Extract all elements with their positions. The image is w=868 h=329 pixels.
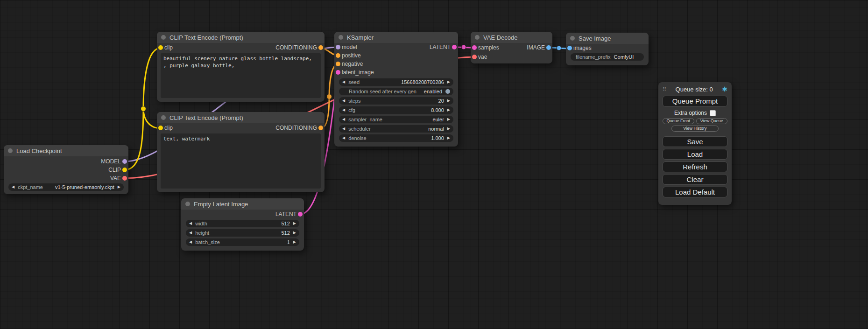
- node-title: Save Image: [579, 35, 611, 42]
- negative-input-dot[interactable]: [336, 62, 340, 66]
- image-output-dot[interactable]: [546, 45, 551, 50]
- widget-left-arrow-icon[interactable]: ◀: [189, 222, 192, 225]
- widget-left-arrow-icon[interactable]: ◀: [342, 108, 345, 112]
- node-title-bar[interactable]: CLIP Text Encode (Prompt): [157, 112, 325, 123]
- conditioning-output-dot[interactable]: [318, 45, 323, 50]
- reroute-dot-conditioning[interactable]: [327, 94, 332, 99]
- collapse-dot-icon[interactable]: [161, 115, 166, 120]
- queue-panel: ⠿ Queue size: 0 ✱ Queue Prompt Extra opt…: [658, 82, 732, 205]
- queue-panel-header: ⠿ Queue size: 0 ✱: [663, 84, 727, 94]
- model-input-dot[interactable]: [336, 45, 340, 49]
- save-button[interactable]: Save: [663, 136, 727, 147]
- sampler-name-widget[interactable]: ◀ sampler_name euler ▶: [339, 116, 453, 123]
- reroute-dot-clip[interactable]: [141, 106, 146, 112]
- input-label: model: [342, 44, 357, 50]
- batch-size-widget[interactable]: ◀ batch_size 1 ▶: [186, 238, 299, 246]
- node-title-bar[interactable]: Load Checkpoint: [4, 145, 128, 156]
- collapse-dot-icon[interactable]: [570, 36, 575, 41]
- collapse-dot-icon[interactable]: [475, 35, 480, 40]
- node-clip-text-encode-negative: CLIP Text Encode (Prompt) clip CONDITION…: [157, 112, 325, 192]
- latent-image-input-dot[interactable]: [336, 70, 340, 75]
- reroute-dot-image[interactable]: [557, 46, 561, 50]
- widget-right-arrow-icon[interactable]: ▶: [447, 127, 450, 131]
- widget-left-arrow-icon[interactable]: ◀: [189, 240, 192, 244]
- prompt-textarea[interactable]: beautiful scenery nature glass bottle la…: [161, 53, 321, 98]
- images-input-dot[interactable]: [567, 46, 572, 50]
- view-queue-button[interactable]: View Queue: [696, 118, 728, 124]
- samples-input-dot[interactable]: [472, 45, 477, 50]
- widget-value: v1-5-pruned-emaonly.ckpt: [55, 184, 114, 190]
- queue-front-button[interactable]: Queue Front: [663, 118, 694, 124]
- cfg-widget[interactable]: ◀ cfg 8.000 ▶: [339, 106, 453, 114]
- widget-label: batch_size: [195, 239, 220, 245]
- drag-handle-icon[interactable]: ⠿: [663, 86, 666, 92]
- clip-output-dot[interactable]: [122, 168, 127, 172]
- collapse-dot-icon[interactable]: [185, 202, 190, 206]
- latent-output-dot[interactable]: [452, 45, 457, 49]
- widget-right-arrow-icon[interactable]: ▶: [447, 108, 450, 112]
- refresh-button[interactable]: Refresh: [663, 161, 727, 172]
- clip-input-dot[interactable]: [158, 45, 163, 50]
- steps-widget[interactable]: ◀ steps 20 ▶: [339, 97, 453, 105]
- seed-widget[interactable]: ◀ seed 156680208700286 ▶: [339, 78, 453, 86]
- widget-left-arrow-icon[interactable]: ◀: [342, 80, 345, 84]
- widget-right-arrow-icon[interactable]: ▶: [447, 80, 450, 84]
- conditioning-output-dot[interactable]: [318, 126, 323, 130]
- widget-right-arrow-icon[interactable]: ▶: [293, 231, 296, 235]
- widget-right-arrow-icon[interactable]: ▶: [293, 240, 296, 244]
- filename-prefix-widget[interactable]: filename_prefix ComfyUI: [571, 53, 644, 61]
- slot-row-latent-image: latent_image: [334, 68, 458, 77]
- widget-right-arrow-icon[interactable]: ▶: [447, 99, 450, 103]
- widget-left-arrow-icon[interactable]: ◀: [342, 136, 345, 140]
- node-title-bar[interactable]: VAE Decode: [471, 32, 552, 43]
- ckpt-name-widget[interactable]: ◀ ckpt_name v1-5-pruned-emaonly.ckpt ▶: [8, 183, 124, 191]
- node-title-bar[interactable]: CLIP Text Encode (Prompt): [157, 32, 325, 43]
- width-widget[interactable]: ◀ width 512 ▶: [186, 220, 299, 227]
- widget-right-arrow-icon[interactable]: ▶: [447, 118, 450, 121]
- slot-row-positive: positive: [334, 51, 458, 60]
- collapse-dot-icon[interactable]: [339, 35, 343, 40]
- widget-value: 20: [438, 98, 444, 104]
- clear-button[interactable]: Clear: [663, 174, 727, 185]
- load-button[interactable]: Load: [663, 149, 727, 160]
- queue-prompt-button[interactable]: Queue Prompt: [663, 96, 727, 107]
- denoise-widget[interactable]: ◀ denoise 1.000 ▶: [339, 134, 453, 142]
- extra-options-checkbox[interactable]: [710, 110, 716, 116]
- vae-output-dot[interactable]: [122, 176, 127, 181]
- widget-label: steps: [348, 98, 360, 104]
- widget-right-arrow-icon[interactable]: ▶: [447, 136, 450, 140]
- widget-right-arrow-icon[interactable]: ▶: [293, 222, 296, 225]
- reroute-dot-latent[interactable]: [461, 45, 466, 49]
- collapse-dot-icon[interactable]: [8, 148, 13, 153]
- random-seed-toggle[interactable]: Random seed after every gen enabled: [339, 88, 453, 95]
- toggle-knob-icon[interactable]: [445, 89, 450, 94]
- widget-right-arrow-icon[interactable]: ▶: [118, 185, 120, 189]
- node-title-bar[interactable]: KSampler: [334, 32, 458, 43]
- scheduler-widget[interactable]: ◀ scheduler normal ▶: [339, 125, 453, 133]
- output-slot-vae: VAE: [4, 174, 128, 182]
- settings-gear-icon[interactable]: ✱: [722, 85, 727, 93]
- collapse-dot-icon[interactable]: [161, 35, 166, 40]
- widget-value: 1.000: [431, 135, 444, 141]
- node-title-bar[interactable]: Save Image: [566, 33, 649, 44]
- widget-value: ComfyUI: [614, 54, 634, 60]
- latent-output-dot[interactable]: [298, 212, 303, 217]
- widget-left-arrow-icon[interactable]: ◀: [342, 127, 345, 131]
- widget-left-arrow-icon[interactable]: ◀: [342, 99, 345, 103]
- output-label: LATENT: [275, 211, 296, 217]
- widget-left-arrow-icon[interactable]: ◀: [12, 185, 14, 189]
- model-output-dot[interactable]: [122, 159, 127, 164]
- widget-left-arrow-icon[interactable]: ◀: [189, 231, 192, 235]
- output-label: CONDITIONING: [275, 44, 317, 51]
- clip-input-dot[interactable]: [158, 126, 163, 130]
- positive-input-dot[interactable]: [336, 53, 340, 58]
- slot-row-images: images: [566, 44, 649, 52]
- widget-label: height: [195, 230, 209, 236]
- view-history-button[interactable]: View History: [671, 126, 718, 132]
- height-widget[interactable]: ◀ height 512 ▶: [186, 229, 299, 237]
- load-default-button[interactable]: Load Default: [663, 187, 727, 197]
- node-title-bar[interactable]: Empty Latent Image: [181, 198, 304, 210]
- prompt-textarea[interactable]: text, watermark: [161, 133, 321, 189]
- widget-left-arrow-icon[interactable]: ◀: [342, 118, 345, 121]
- vae-input-dot[interactable]: [472, 55, 477, 59]
